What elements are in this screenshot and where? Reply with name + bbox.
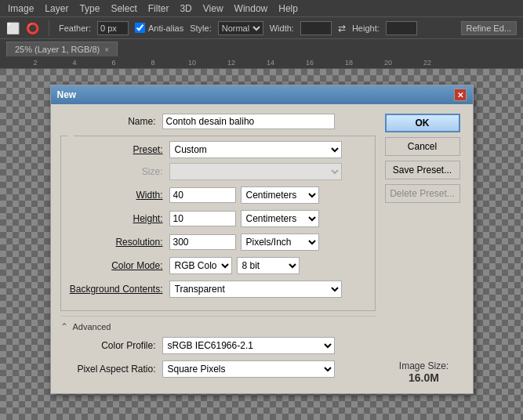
resolution-row: Resolution: Pixels/Inch Pixels/Cm [67, 234, 369, 251]
width-input[interactable] [300, 21, 332, 35]
pixel-aspect-row: Pixel Aspect Ratio: Square Pixels [60, 360, 376, 378]
preset-label: Preset: [67, 144, 169, 155]
width-row: Width: Centimeters Pixels Inches [67, 186, 369, 204]
color-profile-select[interactable]: sRGB IEC61966-2.1 [162, 337, 335, 354]
image-size-value: 16.0M [385, 371, 463, 384]
bg-contents-row: Background Contents: Transparent White B… [67, 281, 369, 298]
advanced-row: ⌃ Advanced [60, 321, 376, 332]
width-label: Width: [270, 24, 294, 33]
advanced-content: Color Profile: sRGB IEC61966-2.1 Pixel A… [60, 337, 376, 378]
size-select[interactable] [169, 163, 342, 180]
horizontal-ruler: 2 4 6 8 10 12 14 16 18 20 22 [0, 56, 523, 69]
image-size-box: Image Size: 16.0M [385, 345, 463, 384]
feather-label: Feather: [59, 24, 91, 33]
height-label: Height: [352, 24, 380, 33]
ruler-tick: 4 [55, 59, 94, 67]
height-field-label: Height: [67, 213, 169, 224]
bg-contents-select[interactable]: Transparent White Background Color [169, 281, 342, 298]
height-row: Height: Centimeters Pixels Inches [67, 210, 369, 227]
anti-alias-label: Anti-alias [148, 24, 183, 33]
color-mode-select[interactable]: RGB Color Grayscale CMYK Color [169, 257, 232, 274]
image-size-label: Image Size: [385, 360, 463, 371]
color-mode-row: Color Mode: RGB Color Grayscale CMYK Col… [67, 257, 369, 274]
menu-select[interactable]: Select [106, 2, 141, 16]
pixel-aspect-select[interactable]: Square Pixels [162, 360, 335, 378]
width-unit-select[interactable]: Centimeters Pixels Inches [241, 186, 319, 204]
style-label: Style: [190, 24, 212, 33]
dialog-title: New [57, 89, 77, 100]
dialog-body: Name: Preset: Custom Default Photoshop S… [51, 104, 473, 393]
menu-help[interactable]: Help [274, 2, 303, 16]
preset-select[interactable]: Custom Default Photoshop Size Letter Leg… [169, 141, 342, 158]
resolution-unit-select[interactable]: Pixels/Inch Pixels/Cm [241, 234, 319, 251]
tab-bar: 25% (Layer 1, RGB/8) × [0, 39, 523, 56]
height-field[interactable] [169, 211, 236, 226]
preset-fieldset: Preset: Custom Default Photoshop Size Le… [60, 136, 376, 311]
color-mode-label: Color Mode: [67, 260, 169, 271]
color-profile-label: Color Profile: [60, 340, 162, 351]
anti-alias-row: Anti-alias [135, 23, 183, 33]
cancel-button[interactable]: Cancel [385, 137, 460, 156]
refine-edge-button[interactable]: Refine Ed... [461, 21, 517, 35]
pixel-aspect-label: Pixel Aspect Ratio: [60, 364, 162, 375]
ellipse-marquee-icon[interactable]: ⭕ [26, 22, 39, 34]
width-field[interactable] [169, 187, 236, 203]
bg-contents-label: Background Contents: [67, 284, 169, 295]
menu-view[interactable]: View [198, 2, 228, 16]
swap-icon[interactable]: ⇄ [338, 23, 346, 34]
menu-image[interactable]: Image [3, 2, 38, 16]
menu-3d[interactable]: 3D [175, 2, 196, 16]
dialog-titlebar: New ✕ [51, 85, 473, 104]
dialog-form: Name: Preset: Custom Default Photoshop S… [60, 114, 376, 384]
rect-marquee-icon[interactable]: ⬜ [6, 22, 20, 34]
name-row: Name: [60, 114, 376, 129]
new-dialog: New ✕ Name: Preset [50, 85, 474, 394]
anti-alias-checkbox[interactable] [135, 23, 145, 33]
size-label: Size: [67, 166, 169, 177]
menu-window[interactable]: Window [230, 2, 273, 16]
ruler-tick: 12 [212, 59, 251, 67]
dialog-right-panel: OK Cancel Save Preset... Delete Preset..… [385, 114, 463, 384]
ruler-tick: 10 [173, 59, 212, 67]
feather-input[interactable] [97, 21, 129, 35]
style-select[interactable]: Normal [218, 21, 263, 35]
main-content: New ✕ Name: Preset [0, 69, 523, 420]
size-row: Size: [67, 163, 369, 180]
options-bar: ⬜ ⭕ Feather: Anti-alias Style: Normal Wi… [0, 17, 523, 39]
ok-button[interactable]: OK [385, 114, 460, 132]
advanced-label[interactable]: Advanced [73, 322, 111, 331]
canvas-tab[interactable]: 25% (Layer 1, RGB/8) × [6, 42, 118, 56]
menu-bar: Image Layer Type Select Filter 3D View W… [0, 0, 523, 17]
save-preset-button[interactable]: Save Preset... [385, 161, 460, 179]
color-profile-row: Color Profile: sRGB IEC61966-2.1 [60, 337, 376, 354]
ruler-tick: 14 [251, 59, 290, 67]
height-input[interactable] [386, 21, 417, 35]
ruler-tick: 2 [16, 59, 55, 67]
name-label: Name: [60, 116, 162, 127]
ruler-tick: 18 [329, 59, 369, 67]
modal-overlay: New ✕ Name: Preset [0, 69, 523, 420]
resolution-label: Resolution: [67, 237, 169, 248]
name-input[interactable] [162, 114, 335, 129]
delete-preset-button[interactable]: Delete Preset... [385, 184, 460, 203]
height-unit-select[interactable]: Centimeters Pixels Inches [241, 210, 319, 227]
ruler-tick: 20 [369, 59, 408, 67]
preset-row: Preset: Custom Default Photoshop Size Le… [67, 141, 369, 158]
menu-filter[interactable]: Filter [143, 2, 174, 16]
ruler-tick: 6 [94, 59, 133, 67]
width-field-label: Width: [67, 190, 169, 201]
tab-close-button[interactable]: × [104, 45, 109, 54]
ruler-tick: 22 [408, 59, 447, 67]
resolution-field[interactable] [169, 234, 236, 250]
advanced-toggle-icon[interactable]: ⌃ [60, 321, 68, 332]
tab-label: 25% (Layer 1, RGB/8) [15, 45, 100, 54]
ruler-tick: 8 [133, 59, 173, 67]
ruler-tick: 16 [290, 59, 329, 67]
dialog-close-button[interactable]: ✕ [454, 89, 467, 101]
bit-depth-select[interactable]: 8 bit 16 bit 32 bit [237, 257, 300, 274]
menu-type[interactable]: Type [74, 2, 104, 16]
menu-layer[interactable]: Layer [40, 2, 73, 16]
